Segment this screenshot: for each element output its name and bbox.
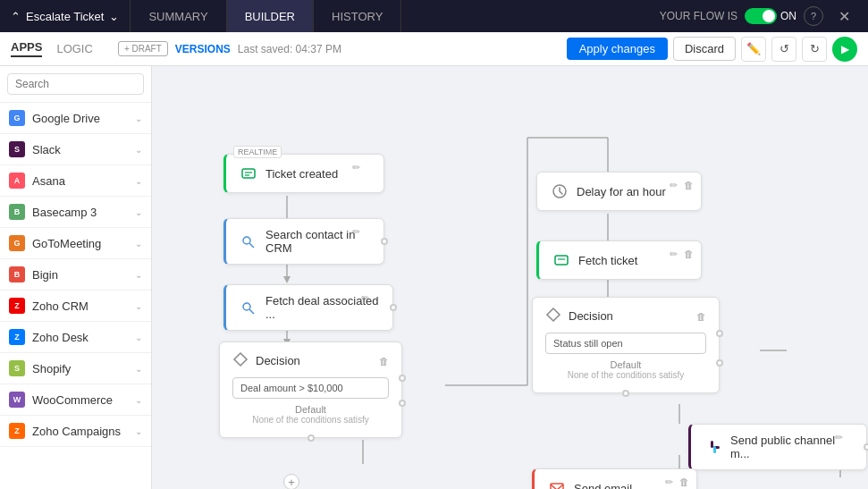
back-button[interactable]: ⌃ Escalate Ticket ⌄ [0, 0, 131, 32]
tab-history[interactable]: HISTORY [314, 0, 401, 32]
back-label: Escalate Ticket [26, 10, 104, 23]
realtime-badge: REALTIME [233, 146, 282, 158]
ticket-icon [239, 164, 258, 183]
sidebar-item-slack[interactable]: S Slack ⌄ [0, 134, 151, 165]
discard-button[interactable]: Discard [673, 37, 736, 61]
chevron-zoho-crm: ⌄ [135, 301, 142, 311]
add-node-btn-1[interactable]: + [283, 474, 299, 489]
edit-send-email[interactable]: ✏ [665, 476, 673, 488]
flow-toggle[interactable]: ON [745, 8, 796, 24]
chevron-slack: ⌄ [135, 145, 142, 155]
send-email-label: Send email [574, 482, 632, 490]
sidebar-label-asana: Asana [32, 174, 65, 188]
svg-point-26 [243, 303, 250, 310]
node-ticket-created[interactable]: REALTIME Ticket created ✏ [223, 154, 384, 193]
shopify-icon: S [9, 360, 25, 376]
sidebar-label-zoho-desk: Zoho Desk [32, 331, 88, 344]
bottom-dot-2 [622, 390, 629, 397]
delete-send-email[interactable]: 🗑 [679, 476, 689, 487]
node-send-email[interactable]: Send email ✏ 🗑 [532, 468, 697, 489]
edit-delay[interactable]: ✏ [670, 180, 678, 191]
edit-icon-btn[interactable]: ✏️ [741, 37, 766, 62]
fetch-ticket-icon [552, 250, 571, 270]
node-fetch-deal[interactable]: Fetch deal associated ... ✏ [223, 284, 393, 331]
sidebar-label-zoho-campaigns: Zoho Campaigns [32, 425, 121, 438]
right-dot-search [381, 238, 388, 245]
chevron-woocommerce: ⌄ [135, 395, 142, 405]
chevron-bigin: ⌄ [135, 270, 142, 280]
asana-icon: A [9, 173, 25, 189]
delete-decision-2[interactable]: 🗑 [696, 311, 706, 322]
google-drive-icon: G [9, 110, 25, 126]
decision-icon-1 [232, 351, 249, 370]
flow-status-label: YOUR FLOW IS [660, 10, 737, 22]
sidebar-item-shopify[interactable]: S Shopify ⌄ [0, 353, 151, 384]
canvas: REALTIME Ticket created ✏ Search contact… [152, 66, 868, 489]
ticket-created-label: Ticket created [265, 167, 338, 181]
svg-line-25 [249, 243, 254, 248]
close-button[interactable]: ✕ [830, 3, 857, 30]
main-area: G Google Drive ⌄ S Slack ⌄ A Asana ⌄ B B… [0, 66, 868, 489]
delete-decision-1[interactable]: 🗑 [379, 356, 389, 367]
condition-box-1: Deal amount > $10,000 [232, 377, 389, 399]
default-section-1: Default None of the conditions satisfy [232, 404, 389, 428]
search-box [0, 66, 151, 103]
logic-tab[interactable]: LOGIC [56, 42, 92, 55]
edit-search-contact[interactable]: ✏ [352, 226, 360, 238]
right-dot-fetch [390, 304, 397, 311]
delay-icon [550, 181, 569, 201]
toolbar-right: Apply changes Discard ✏️ ↺ ↻ ▶ [567, 37, 857, 62]
right-dot-channel [864, 443, 868, 451]
chevron-shopify: ⌄ [135, 364, 142, 374]
sidebar-item-zoho-desk[interactable]: Z Zoho Desk ⌄ [0, 322, 151, 353]
help-button[interactable]: ? [804, 6, 823, 26]
gotomeeting-icon: G [9, 235, 25, 251]
tab-builder[interactable]: BUILDER [227, 0, 314, 32]
condition-box-2: Status still open [545, 333, 706, 354]
delete-delay[interactable]: 🗑 [684, 180, 694, 190]
play-button[interactable]: ▶ [832, 37, 857, 62]
tab-summary[interactable]: SUMMARY [131, 0, 226, 32]
sidebar-item-bigin[interactable]: B Bigin ⌄ [0, 259, 151, 291]
edit-fetch-ticket[interactable]: ✏ [670, 249, 678, 260]
node-decision-1[interactable]: Decision 🗑 Deal amount > $10,000 Default… [219, 341, 402, 438]
node-decision-2[interactable]: Decision 🗑 Status still open Default Non… [532, 297, 720, 393]
svg-line-27 [249, 309, 254, 314]
sidebar-item-zoho-campaigns[interactable]: Z Zoho Campaigns ⌄ [0, 416, 151, 447]
gmail-icon [547, 478, 567, 489]
edit-fetch-deal[interactable]: ✏ [361, 292, 369, 304]
edit-ticket-created[interactable]: ✏ [352, 162, 360, 173]
search-input[interactable] [7, 73, 144, 95]
redo-icon-btn[interactable]: ↻ [802, 37, 827, 62]
chevron-asana: ⌄ [135, 176, 142, 186]
sidebar-label-bigin: Bigin [32, 268, 58, 282]
svg-rect-21 [242, 169, 255, 178]
sidebar-item-woocommerce[interactable]: W WooCommerce ⌄ [0, 384, 151, 416]
node-fetch-ticket[interactable]: Fetch ticket ✏ 🗑 [536, 240, 702, 280]
sidebar-item-basecamp3[interactable]: B Basecamp 3 ⌄ [0, 197, 151, 228]
sidebar-item-zoho-crm[interactable]: Z Zoho CRM ⌄ [0, 291, 151, 322]
delete-fetch-ticket[interactable]: 🗑 [684, 249, 694, 259]
decision-2-title: Decision [569, 309, 613, 323]
node-send-channel[interactable]: Send public channel m... ✏ [688, 424, 867, 470]
sidebar-item-gotomeeting[interactable]: G GoToMeeting ⌄ [0, 228, 151, 259]
edit-send-channel[interactable]: ✏ [835, 432, 843, 443]
node-search-contact[interactable]: Search contact in CRM ✏ [223, 218, 384, 265]
decision-2-header: Decision 🗑 [545, 307, 706, 325]
zoho-desk-icon: Z [9, 329, 25, 345]
default-section-2: Default None of the conditions satisfy [545, 359, 706, 384]
sidebar: G Google Drive ⌄ S Slack ⌄ A Asana ⌄ B B… [0, 66, 152, 489]
sidebar-item-google-drive[interactable]: G Google Drive ⌄ [0, 103, 151, 134]
apps-tab[interactable]: APPS [11, 40, 42, 57]
chevron-down-icon: ⌄ [109, 10, 119, 23]
sidebar-label-gotomeeting: GoToMeeting [32, 237, 101, 250]
apply-button[interactable]: Apply changes [567, 38, 668, 60]
refresh-icon-btn[interactable]: ↺ [771, 37, 796, 62]
right-dot-decision1 [399, 400, 406, 407]
node-delay[interactable]: Delay for an hour ✏ 🗑 [536, 172, 702, 211]
sidebar-item-asana[interactable]: A Asana ⌄ [0, 165, 151, 197]
versions-button[interactable]: VERSIONS [175, 43, 231, 55]
sidebar-label-google-drive: Google Drive [32, 112, 100, 125]
svg-marker-3 [283, 276, 291, 283]
right-dot-decision2 [716, 359, 723, 367]
